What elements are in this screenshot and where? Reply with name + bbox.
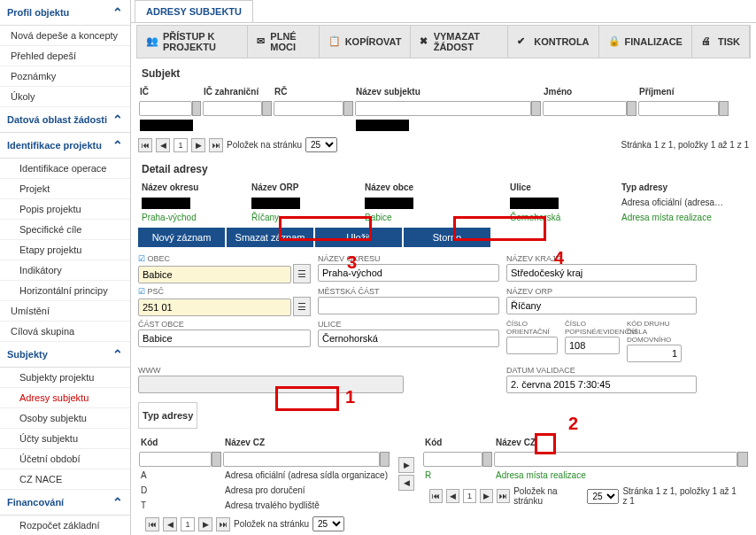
move-left-button[interactable]: ◀ (398, 475, 414, 491)
typ-row[interactable]: RAdresa místa realizace (422, 468, 749, 483)
sidebar-item[interactable]: Adresy subjektu (0, 388, 130, 408)
cislo-orient-input[interactable] (506, 337, 558, 354)
typ-right-header: Kód Název CZ (422, 434, 749, 451)
sidebar-item[interactable]: Indikátory (0, 260, 130, 281)
pager-first[interactable]: ⏮ (145, 517, 159, 531)
sidebar-item[interactable]: Osoby subjektu (0, 408, 130, 429)
pager-size[interactable]: 25 (305, 137, 337, 152)
pager-size[interactable]: 25 (587, 489, 619, 504)
filter-input[interactable] (274, 101, 343, 116)
sidebar-group[interactable]: Datová oblast žádosti⌃ (0, 107, 130, 133)
pager-page[interactable]: 1 (463, 489, 476, 503)
pager-first[interactable]: ⏮ (429, 489, 443, 503)
mestska-cast-input[interactable] (318, 297, 499, 314)
pager-prev[interactable]: ◀ (163, 517, 177, 531)
filter-input[interactable] (355, 101, 531, 116)
pager-last[interactable]: ⏭ (216, 517, 230, 531)
grid-row-subjekt[interactable] (131, 117, 756, 134)
toolbar-kontrola[interactable]: ✔KONTROLA (508, 26, 598, 58)
detail-row[interactable]: Praha-východŘíčanyBabiceČernohorskáAdres… (138, 211, 749, 224)
toolbar-finalizace[interactable]: 🔒FINALIZACE (599, 26, 692, 58)
sidebar-item[interactable]: Nová depeše a koncepty (0, 26, 130, 46)
typ-left-nazev-filter[interactable] (223, 452, 380, 467)
sidebar-group[interactable]: Identifikace projektu⌃ (0, 133, 130, 159)
filter-icon[interactable] (719, 101, 729, 116)
psc-input[interactable] (138, 299, 291, 316)
sidebar-item[interactable]: CZ NACE (0, 469, 130, 490)
toolbar-tisk[interactable]: 🖨TISK (692, 26, 750, 58)
sidebar-item[interactable]: Projekt (0, 179, 130, 199)
pager-last[interactable]: ⏭ (209, 138, 223, 152)
sidebar-item[interactable]: Etapy projektu (0, 240, 130, 260)
sidebar-item[interactable]: Identifikace operace (0, 159, 130, 179)
toolbar-kopírovat[interactable]: 📋KOPÍROVAT (320, 26, 412, 58)
filter-icon[interactable] (482, 452, 492, 467)
typ-right-nazev-filter[interactable] (494, 452, 737, 467)
detail-row[interactable]: Adresa oficiální (adresa sídla or… (138, 196, 749, 211)
obec-input[interactable] (138, 266, 291, 283)
sidebar-item[interactable]: Účetní období (0, 449, 130, 469)
sidebar-item[interactable]: Účty subjektu (0, 429, 130, 449)
sidebar-item[interactable]: Specifické cíle (0, 220, 130, 240)
pager-last[interactable]: ⏭ (497, 489, 510, 503)
novy-zaznam-button[interactable]: Nový záznam (138, 228, 227, 247)
sidebar-group[interactable]: Cílová skupina (0, 322, 130, 342)
pager-next[interactable]: ▶ (191, 138, 205, 152)
www-input[interactable] (138, 376, 404, 393)
filter-input[interactable] (543, 101, 627, 116)
typ-right-kod-filter[interactable] (423, 452, 482, 467)
filter-input[interactable] (139, 101, 192, 116)
filter-icon[interactable] (192, 101, 201, 116)
typ-row[interactable]: AAdresa oficiální (adresa sídla organiza… (138, 468, 390, 483)
sidebar-item[interactable]: Popis projektu (0, 199, 130, 220)
filter-icon[interactable] (737, 452, 748, 467)
sidebar-item[interactable]: Poznámky (0, 66, 130, 87)
sidebar-item[interactable]: Subjekty projektu (0, 368, 130, 388)
move-right-button[interactable]: ▶ (398, 457, 414, 473)
ulozit-button[interactable]: Uložit (315, 228, 404, 247)
filter-input[interactable] (638, 101, 719, 116)
sidebar-group[interactable]: Umístění (0, 301, 130, 322)
pager-first[interactable]: ⏮ (138, 138, 152, 152)
pager-prev[interactable]: ◀ (446, 489, 459, 503)
obec-lookup-icon[interactable]: ☰ (293, 264, 311, 283)
filter-icon[interactable] (380, 452, 390, 467)
filter-icon[interactable] (627, 101, 636, 116)
toolbar-plné-moci[interactable]: ✉PLNÉ MOCI (248, 26, 319, 58)
sidebar-group[interactable]: Subjekty⌃ (0, 342, 130, 368)
nazev-kraje-input[interactable] (506, 264, 697, 282)
pager-next[interactable]: ▶ (480, 489, 493, 503)
toolbar-přístup-k-projektu[interactable]: 👥PŘÍSTUP K PROJEKTU (137, 26, 248, 58)
kod-druhu-input[interactable] (627, 345, 682, 362)
psc-lookup-icon[interactable]: ☰ (293, 297, 311, 316)
pager-page[interactable]: 1 (174, 138, 188, 152)
storno-button[interactable]: Storno (404, 228, 492, 247)
ulice-input[interactable] (318, 330, 499, 347)
nazev-orp-input[interactable] (506, 297, 697, 314)
cast-obce-input[interactable] (138, 330, 311, 347)
sidebar-group[interactable]: Profil objektu⌃ (0, 0, 130, 26)
pager-page[interactable]: 1 (181, 517, 195, 531)
typ-row[interactable]: TAdresa trvalého bydliště (138, 498, 390, 513)
tab-adresy-subjektu[interactable]: ADRESY SUBJEKTU (135, 0, 253, 22)
filter-icon[interactable] (212, 452, 221, 467)
typ-row[interactable]: DAdresa pro doručení (138, 483, 390, 498)
filter-icon[interactable] (343, 101, 353, 116)
filter-icon[interactable] (531, 101, 541, 116)
nazev-okresu-input[interactable] (318, 264, 499, 282)
sidebar-group[interactable]: Financování⌃ (0, 490, 130, 516)
toolbar-vymazat-žádost[interactable]: ✖VYMAZAT ŽÁDOST (411, 26, 508, 58)
pager-prev[interactable]: ◀ (156, 138, 170, 152)
sidebar-item[interactable]: Horizontální principy (0, 281, 130, 301)
cislo-pop-input[interactable] (565, 337, 620, 354)
pager-size[interactable]: 25 (312, 516, 344, 531)
sidebar-item[interactable]: Úkoly (0, 87, 130, 107)
smazat-zaznam-button[interactable]: Smazat záznam (227, 228, 315, 247)
sidebar-item[interactable]: Rozpočet základní (0, 516, 130, 535)
sidebar-item[interactable]: Přehled depeší (0, 46, 130, 66)
datum-validace-input[interactable] (506, 376, 697, 393)
typ-left-kod-filter[interactable] (139, 452, 212, 467)
filter-input[interactable] (203, 101, 262, 116)
pager-next[interactable]: ▶ (198, 517, 212, 531)
filter-icon[interactable] (262, 101, 272, 116)
